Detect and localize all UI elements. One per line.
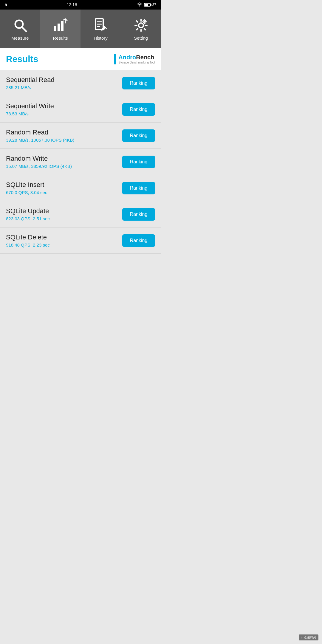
status-badge: 8 — [5, 3, 7, 7]
search-icon — [13, 18, 28, 33]
result-value: 918.48 QPS, 2.23 sec — [6, 242, 50, 247]
result-value: 78.53 MB/s — [6, 111, 54, 116]
page-header: Results AndroBench Storage Benchmarking … — [0, 48, 161, 70]
tab-measure[interactable]: Measure — [0, 10, 40, 48]
tab-history[interactable]: History — [80, 10, 121, 48]
wifi-icon — [137, 2, 142, 7]
result-name: Sequential Write — [6, 102, 54, 110]
tab-setting-label: Setting — [134, 35, 148, 41]
result-value: 285.21 MB/s — [6, 85, 55, 90]
document-edit-icon — [93, 18, 109, 33]
result-name: SQLite Delete — [6, 233, 50, 241]
ranking-button[interactable]: Ranking — [122, 103, 155, 116]
result-value: 670.0 QPS, 3.04 sec — [6, 190, 47, 195]
result-info: Random Read39.28 MB/s, 10057.38 IOPS (4K… — [6, 129, 74, 143]
brand-text: AndroBench Storage Benchmarking Tool — [118, 54, 155, 64]
brand-bar — [114, 54, 116, 64]
gear-icon — [133, 18, 149, 33]
svg-point-12 — [139, 23, 143, 28]
ranking-button[interactable]: Ranking — [122, 234, 155, 247]
tab-measure-label: Measure — [11, 35, 29, 41]
result-name: Random Read — [6, 129, 74, 136]
ranking-button[interactable]: Ranking — [122, 182, 155, 194]
svg-line-18 — [144, 28, 145, 30]
svg-line-17 — [137, 21, 138, 22]
status-right: 37 — [137, 2, 156, 7]
brand-logo: AndroBench Storage Benchmarking Tool — [114, 54, 155, 64]
result-info: SQLite Insert670.0 QPS, 3.04 sec — [6, 181, 47, 195]
result-info: Sequential Write78.53 MB/s — [6, 102, 54, 116]
svg-line-20 — [137, 28, 138, 30]
tab-results[interactable]: Results — [40, 10, 80, 48]
tab-results-label: Results — [53, 35, 68, 41]
results-list: Sequential Read285.21 MB/sRankingSequent… — [0, 70, 161, 254]
result-name: Sequential Read — [6, 76, 55, 84]
brand-andro: Andro — [118, 54, 136, 61]
result-value: 823.03 QPS, 2.51 sec — [6, 216, 50, 221]
status-bar: 8 12:16 37 — [0, 0, 161, 10]
svg-line-19 — [144, 21, 145, 22]
bar-chart-icon — [53, 18, 68, 33]
battery-icon — [144, 3, 151, 7]
nav-tabs: Measure Results History — [0, 10, 161, 48]
result-item: Random Write15.07 MB/s, 3859.92 IOPS (4K… — [0, 149, 161, 175]
brand-name: AndroBench — [118, 54, 155, 61]
brand-sub: Storage Benchmarking Tool — [118, 61, 155, 64]
svg-rect-4 — [58, 24, 60, 31]
result-item: SQLite Update823.03 QPS, 2.51 secRanking — [0, 201, 161, 227]
page-title: Results — [6, 54, 38, 64]
result-item: Random Read39.28 MB/s, 10057.38 IOPS (4K… — [0, 123, 161, 149]
result-name: Random Write — [6, 155, 72, 162]
result-item: Sequential Write78.53 MB/sRanking — [0, 96, 161, 123]
ranking-button[interactable]: Ranking — [122, 77, 155, 89]
result-name: SQLite Update — [6, 207, 50, 215]
tab-setting[interactable]: Setting — [121, 10, 161, 48]
status-time: 12:16 — [66, 2, 77, 7]
svg-line-2 — [22, 27, 26, 31]
result-info: Random Write15.07 MB/s, 3859.92 IOPS (4K… — [6, 155, 72, 169]
svg-point-0 — [139, 5, 140, 6]
brand-bench: Bench — [136, 54, 154, 61]
result-value: 15.07 MB/s, 3859.92 IOPS (4KB) — [6, 164, 72, 169]
result-item: Sequential Read285.21 MB/sRanking — [0, 70, 161, 96]
result-value: 39.28 MB/s, 10057.38 IOPS (4KB) — [6, 137, 74, 143]
result-info: SQLite Delete918.48 QPS, 2.23 sec — [6, 233, 50, 247]
result-name: SQLite Insert — [6, 181, 47, 189]
tab-history-label: History — [94, 35, 108, 41]
result-item: SQLite Delete918.48 QPS, 2.23 secRanking — [0, 227, 161, 254]
ranking-button[interactable]: Ranking — [122, 156, 155, 168]
battery-percent: 37 — [152, 3, 156, 7]
ranking-button[interactable]: Ranking — [122, 208, 155, 221]
result-info: Sequential Read285.21 MB/s — [6, 76, 55, 90]
svg-rect-3 — [54, 26, 56, 31]
result-item: SQLite Insert670.0 QPS, 3.04 secRanking — [0, 175, 161, 201]
svg-rect-5 — [61, 21, 64, 31]
ranking-button[interactable]: Ranking — [122, 129, 155, 142]
result-info: SQLite Update823.03 QPS, 2.51 sec — [6, 207, 50, 221]
